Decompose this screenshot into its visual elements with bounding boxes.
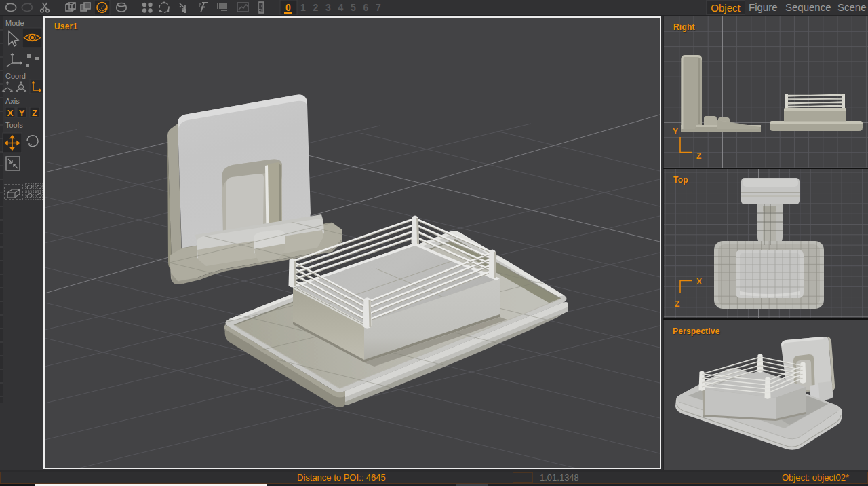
svg-text:Axis: Axis <box>5 97 20 105</box>
svg-text:3: 3 <box>326 2 331 13</box>
svg-text:X: X <box>696 277 702 286</box>
svg-text:4: 4 <box>338 2 344 13</box>
svg-text:Y: Y <box>673 127 678 136</box>
svg-text:7: 7 <box>376 2 381 13</box>
svg-text:6: 6 <box>363 2 369 13</box>
svg-text:Tools: Tools <box>5 121 23 129</box>
svg-text:Y: Y <box>19 108 25 118</box>
svg-text:Mode: Mode <box>5 19 24 27</box>
svg-text:2: 2 <box>313 2 319 13</box>
svg-text:Z: Z <box>32 108 37 118</box>
svg-text:1: 1 <box>300 2 306 13</box>
svg-text:Coord: Coord <box>5 72 26 80</box>
svg-text:0: 0 <box>285 2 291 13</box>
svg-text:Z: Z <box>675 299 679 309</box>
svg-text:5: 5 <box>351 2 356 13</box>
svg-text:X: X <box>7 108 14 118</box>
svg-text:Z: Z <box>696 151 701 161</box>
